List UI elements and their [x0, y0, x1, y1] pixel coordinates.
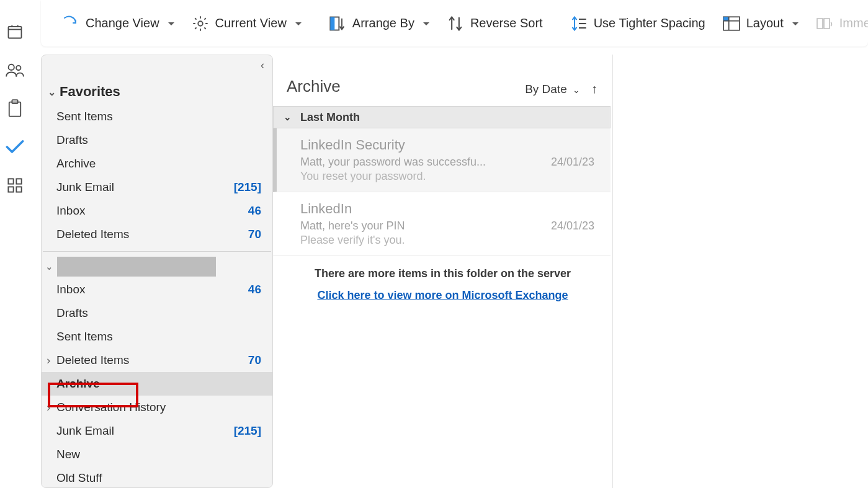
- folder-count: 46: [248, 204, 261, 218]
- change-view-icon: [62, 15, 79, 32]
- svg-point-14: [198, 21, 202, 25]
- folder-new[interactable]: New: [42, 443, 272, 466]
- calendar-icon[interactable]: [6, 22, 24, 41]
- current-view-button[interactable]: Current View: [183, 9, 310, 38]
- mail-date: 24/01/23: [551, 220, 594, 233]
- mail-preview: You reset your password.: [300, 170, 594, 183]
- folder-inbox[interactable]: Inbox 46: [42, 278, 272, 301]
- group-label: Last Month: [300, 111, 360, 124]
- change-view-button[interactable]: Change View: [53, 9, 183, 38]
- folder-title: Archive: [287, 77, 341, 96]
- folder-archive-fav[interactable]: Archive: [42, 152, 272, 175]
- svg-rect-10: [8, 179, 13, 184]
- svg-point-7: [16, 66, 20, 70]
- svg-rect-16: [330, 17, 334, 30]
- apps-grid-icon[interactable]: [6, 176, 24, 195]
- immersive-reader-button[interactable]: Immers: [807, 9, 868, 38]
- tighter-spacing-icon: [570, 15, 588, 32]
- folder-junk-email-fav[interactable]: Junk Email [215]: [42, 175, 272, 199]
- svg-rect-25: [723, 17, 729, 20]
- mail-item[interactable]: LinkedIn Security Matt, your password wa…: [273, 128, 611, 192]
- svg-rect-11: [16, 179, 21, 184]
- message-list-pane: Archive By Date ⌄ ↑ ⌄ Last Month LinkedI…: [273, 55, 613, 488]
- mail-subject: Matt, here's your PIN: [300, 220, 405, 233]
- sort-direction-button[interactable]: ↑: [591, 82, 597, 96]
- layout-icon: [723, 15, 740, 32]
- reverse-sort-button[interactable]: Reverse Sort: [438, 9, 552, 38]
- svg-point-6: [9, 64, 14, 70]
- chevron-right-icon: ›: [47, 353, 55, 367]
- svg-rect-12: [8, 187, 13, 192]
- folder-deleted-items-fav[interactable]: Deleted Items 70: [42, 223, 272, 246]
- folder-label: Junk Email: [56, 424, 114, 438]
- folder-label: Deleted Items: [56, 228, 129, 241]
- people-icon[interactable]: [6, 61, 24, 79]
- mail-preview: Please verify it's you.: [300, 234, 594, 247]
- more-items-bar: There are more items in this folder on t…: [273, 256, 612, 313]
- folder-archive[interactable]: Archive: [42, 372, 272, 396]
- folder-count: 70: [248, 228, 261, 241]
- tighter-spacing-label: Use Tighter Spacing: [594, 16, 705, 30]
- mail-date: 24/01/23: [551, 156, 594, 169]
- folder-count: [215]: [234, 180, 261, 194]
- folder-pane: ‹ ⌄ Favorites Sent Items Drafts Archive …: [41, 55, 273, 488]
- folder-count: [215]: [234, 424, 261, 438]
- sort-by-button[interactable]: By Date ⌄: [525, 82, 580, 96]
- folder-drafts[interactable]: Drafts: [42, 128, 272, 152]
- folder-old-stuff[interactable]: Old Stuff: [42, 466, 272, 488]
- folder-label: Archive: [56, 157, 96, 171]
- folder-deleted-items[interactable]: › Deleted Items 70: [42, 348, 272, 372]
- more-items-text: There are more items in this folder on t…: [280, 267, 605, 280]
- layout-label: Layout: [746, 16, 784, 30]
- folder-label: New: [56, 448, 80, 461]
- view-more-link[interactable]: Click here to view more on Microsoft Exc…: [317, 289, 568, 302]
- chevron-right-icon: ›: [47, 401, 55, 414]
- folder-sent-items[interactable]: Sent Items: [42, 105, 272, 128]
- folder-drafts[interactable]: Drafts: [42, 301, 272, 325]
- account-header[interactable]: ⌄: [42, 255, 272, 278]
- immersive-reader-label: Immers: [839, 16, 868, 30]
- todo-check-icon[interactable]: [6, 138, 24, 156]
- folder-label: Deleted Items: [56, 353, 248, 367]
- mail-sender: LinkedIn Security: [300, 137, 594, 153]
- reverse-sort-icon: [447, 15, 464, 32]
- favorites-label: Favorites: [60, 84, 120, 100]
- folder-inbox-fav[interactable]: Inbox 46: [42, 199, 272, 223]
- current-view-label: Current View: [215, 16, 287, 30]
- immersive-reader-icon: [816, 15, 833, 32]
- folder-conversation-history[interactable]: › Conversation History: [42, 396, 272, 419]
- folder-label: Old Stuff: [56, 471, 102, 485]
- svg-rect-0: [9, 27, 22, 38]
- chevron-down-icon: ⌄: [48, 86, 56, 98]
- folder-label: Archive: [56, 377, 100, 391]
- folder-label: Drafts: [56, 133, 88, 147]
- folder-label: Sent Items: [56, 110, 113, 123]
- folder-label: Inbox: [56, 204, 85, 218]
- folder-count: 46: [248, 283, 261, 296]
- divider: [43, 251, 271, 252]
- tighter-spacing-button[interactable]: Use Tighter Spacing: [562, 9, 714, 38]
- chevron-down-icon: ⌄: [284, 112, 292, 123]
- reading-pane: [613, 55, 868, 488]
- folder-label: Sent Items: [56, 330, 113, 344]
- folder-sent-items[interactable]: Sent Items: [42, 325, 272, 348]
- svg-rect-8: [9, 102, 20, 117]
- layout-button[interactable]: Layout: [714, 9, 807, 38]
- folder-label: Drafts: [56, 306, 88, 320]
- mail-sender: LinkedIn: [300, 201, 594, 217]
- account-name-redacted: [57, 257, 216, 277]
- tasks-clipboard-icon[interactable]: [6, 99, 24, 118]
- view-ribbon: Change View Current View Arrange By: [41, 0, 868, 47]
- reverse-sort-label: Reverse Sort: [470, 16, 543, 30]
- folder-label: Conversation History: [56, 401, 261, 414]
- collapse-folder-pane-button[interactable]: ‹: [256, 59, 269, 71]
- arrange-by-button[interactable]: Arrange By: [320, 9, 438, 38]
- folder-junk-email[interactable]: Junk Email [215]: [42, 419, 272, 443]
- group-last-month[interactable]: ⌄ Last Month: [273, 106, 611, 128]
- mail-item[interactable]: LinkedIn Matt, here's your PIN 24/01/23 …: [273, 192, 611, 256]
- chevron-down-icon: ⌄: [573, 85, 580, 95]
- arrow-up-icon: ↑: [591, 82, 597, 95]
- favorites-header[interactable]: ⌄ Favorites: [42, 79, 272, 105]
- chevron-left-icon: ‹: [261, 59, 264, 71]
- folder-label: Inbox: [56, 283, 85, 296]
